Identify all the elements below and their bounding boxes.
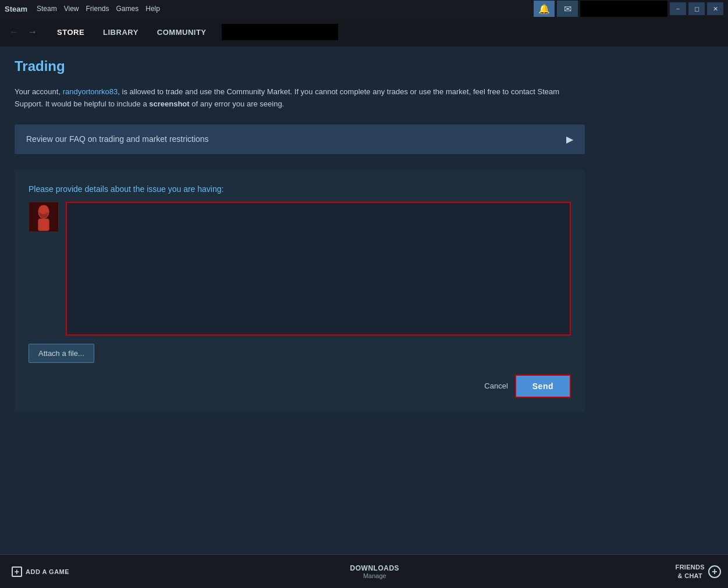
friends-chat-label: FRIENDS& CHAT [676, 563, 705, 580]
nav-store[interactable]: STORE [49, 24, 93, 40]
add-game-icon: + [12, 566, 22, 577]
username-link[interactable]: randyortonrko83 [63, 87, 118, 96]
avatar-image [29, 202, 58, 231]
back-arrow[interactable]: ← [7, 25, 21, 39]
svg-point-4 [38, 205, 48, 213]
title-bar-left: Steam Steam View Friends Games Help [5, 5, 160, 13]
svg-rect-3 [38, 218, 49, 230]
nav-community[interactable]: COMMUNITY [149, 24, 215, 40]
menu-view[interactable]: View [64, 5, 79, 13]
nav-bar: ← → STORE LIBRARY COMMUNITY [0, 17, 728, 47]
nav-links: STORE LIBRARY COMMUNITY [49, 24, 338, 40]
nav-search-area [222, 24, 338, 40]
add-game-area[interactable]: + ADD A GAME [0, 566, 81, 577]
message-input[interactable] [66, 202, 571, 336]
faq-arrow-icon: ▶ [566, 134, 573, 145]
close-button[interactable]: ✕ [707, 2, 723, 15]
message-row [29, 202, 571, 336]
screenshot-word: screenshot [149, 99, 189, 108]
menu-games[interactable]: Games [116, 5, 139, 13]
desc-part1: Your account, [15, 87, 63, 96]
steam-logo: Steam [5, 5, 27, 13]
content-area: Trading Your account, randyortonrko83, i… [0, 47, 721, 554]
friends-chat-area[interactable]: FRIENDS& CHAT + [669, 563, 728, 580]
menu-friends[interactable]: Friends [86, 5, 109, 13]
scrollbar[interactable] [721, 47, 728, 554]
mail-icon-btn[interactable]: ✉ [557, 1, 578, 17]
send-button[interactable]: Send [515, 375, 571, 398]
title-bar-right: 🔔 ✉ − ◻ ✕ [534, 1, 723, 17]
menu-help[interactable]: Help [145, 5, 160, 13]
restore-button[interactable]: ◻ [688, 2, 705, 15]
faq-banner[interactable]: Review our FAQ on trading and market res… [15, 124, 585, 154]
add-game-label: ADD A GAME [26, 568, 69, 575]
minimize-button[interactable]: − [670, 2, 686, 15]
faq-banner-text: Review our FAQ on trading and market res… [26, 134, 209, 144]
notifications-icon-btn[interactable]: 🔔 [534, 1, 555, 17]
title-bar-menu: Steam View Friends Games Help [37, 5, 160, 13]
page-title: Trading [15, 58, 706, 74]
avatar-svg [29, 202, 58, 231]
title-bar: Steam Steam View Friends Games Help 🔔 ✉ … [0, 0, 728, 17]
downloads-area[interactable]: DOWNLOADS Manage [81, 564, 669, 579]
bottom-bar: + ADD A GAME DOWNLOADS Manage FRIENDS& C… [0, 554, 728, 588]
desc-part3: of any error you are seeing. [190, 99, 285, 108]
attach-file-button[interactable]: Attach a file... [29, 344, 94, 363]
description-text: Your account, randyortonrko83, is allowe… [15, 86, 585, 111]
user-avatar [29, 202, 59, 232]
screenshot-area [580, 1, 667, 17]
form-label: Please provide details about the issue y… [29, 184, 571, 194]
cancel-button[interactable]: Cancel [484, 382, 507, 390]
action-row: Cancel Send [29, 375, 571, 398]
manage-label: Manage [363, 572, 386, 579]
add-friend-icon[interactable]: + [708, 565, 721, 578]
menu-steam[interactable]: Steam [37, 5, 57, 13]
main-content: Trading Your account, randyortonrko83, i… [0, 47, 728, 554]
downloads-label: DOWNLOADS [350, 564, 400, 572]
form-section: Please provide details about the issue y… [15, 170, 585, 412]
forward-arrow[interactable]: → [26, 25, 40, 39]
nav-library[interactable]: LIBRARY [95, 24, 147, 40]
